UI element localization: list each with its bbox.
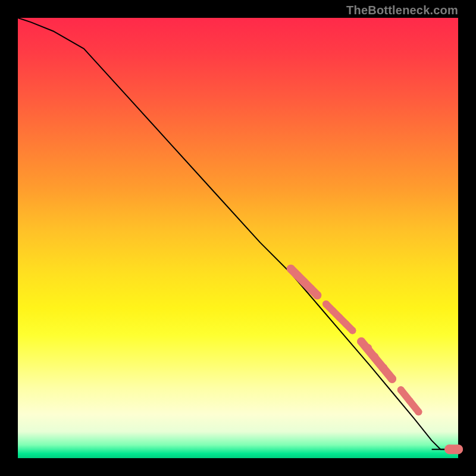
chart-stage: TheBottleneck.com <box>0 0 476 476</box>
attribution-text: TheBottleneck.com <box>346 4 458 17</box>
data-dot <box>349 327 356 334</box>
data-dot <box>336 314 343 321</box>
data-dot <box>406 397 414 405</box>
data-dot <box>379 364 387 372</box>
data-dot <box>322 300 330 308</box>
dot-layer <box>287 265 463 454</box>
data-dot <box>415 408 422 415</box>
data-dot <box>370 353 378 361</box>
plot-area <box>18 18 458 458</box>
data-dot <box>293 271 302 280</box>
data-dot <box>364 344 372 352</box>
data-dot <box>397 386 405 393</box>
data-dot <box>306 284 315 293</box>
chart-svg <box>18 18 458 458</box>
data-dot <box>444 444 454 454</box>
data-dot <box>342 320 349 327</box>
data-dot <box>313 291 321 299</box>
data-dot <box>453 444 463 454</box>
data-dot <box>287 265 295 273</box>
data-dot <box>300 278 308 286</box>
data-dot <box>357 337 365 346</box>
curve-line <box>18 18 458 449</box>
data-dot <box>388 375 396 383</box>
data-dot <box>329 307 336 314</box>
